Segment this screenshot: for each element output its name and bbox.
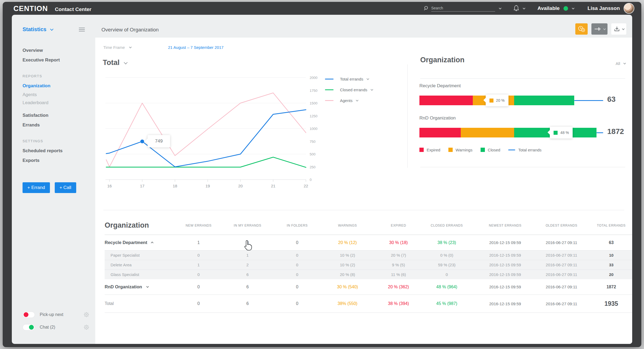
legend-chevron-icon[interactable]: [367, 77, 369, 80]
gear-icon[interactable]: [83, 324, 90, 330]
cell-expired: 9 % (5): [381, 263, 416, 267]
cell-newest: 2016-12-15 09:59: [478, 285, 533, 289]
topbar-right: Available Lisa Jansson: [424, 2, 634, 15]
gear-icon[interactable]: [83, 311, 90, 318]
chart-legend-item-agents[interactable]: Agents: [325, 95, 372, 106]
chart-legend-item-total-errands[interactable]: Total errands: [325, 74, 372, 84]
svg-text:1750: 1750: [310, 89, 317, 93]
add-call-button[interactable]: + Call: [55, 182, 76, 193]
add-errand-button[interactable]: + Errand: [23, 182, 50, 193]
page-title: Overview of Organization: [101, 27, 159, 33]
horizontal-divider: [103, 210, 624, 210]
sidebar-item-executive-report[interactable]: Executive Report: [12, 55, 95, 65]
avatar[interactable]: [624, 3, 634, 14]
sidebar-item-overview[interactable]: Overview: [12, 46, 95, 55]
menu-icon[interactable]: [79, 28, 85, 32]
cell-newest: 2016-12-15 09:59: [478, 272, 533, 277]
cell-closed: 45 % (987): [416, 301, 478, 306]
search[interactable]: [424, 5, 501, 12]
chart-legend-item-closed-errands[interactable]: Closed errands: [325, 84, 372, 95]
content-header: Statistics Overview of Organization: [12, 15, 632, 38]
nav-title-chevron-icon[interactable]: [50, 27, 53, 31]
sidebar-item-agents[interactable]: Agents: [12, 91, 95, 99]
cell-expired: 20 % (7): [381, 253, 416, 257]
row-label[interactable]: RnD Organization: [105, 284, 182, 289]
cell-in-folders: 0: [280, 272, 314, 277]
timeframe-value[interactable]: 21 August – 7 September 2017: [168, 45, 224, 50]
sidebar-item-exports[interactable]: Exports: [12, 156, 95, 165]
sidebar-item-satisfaction[interactable]: Satisfaction: [12, 111, 95, 120]
org-filter-dropdown[interactable]: All: [616, 61, 625, 66]
cell-in-my-errands: 6: [215, 301, 280, 306]
notifications-chevron-icon[interactable]: [523, 7, 525, 9]
legend-square-icon: [448, 148, 453, 152]
status-chevron-icon[interactable]: [572, 7, 575, 9]
row-expand-chevron-icon[interactable]: [151, 242, 153, 244]
share-button[interactable]: [591, 23, 608, 35]
legend-square-icon: [419, 148, 424, 152]
cell-oldest: 2016-06-27 09:11: [533, 272, 590, 277]
cell-total: 1935: [590, 300, 632, 307]
status-label: Available: [537, 5, 560, 11]
divider: [420, 78, 625, 79]
timeframe-chevron-icon[interactable]: [129, 46, 132, 48]
pickup-next-toggle[interactable]: [23, 311, 35, 318]
chat-label: Chat (2): [40, 325, 83, 330]
bar-segment-warnings: [461, 128, 514, 137]
bar-segment-expired: [419, 96, 473, 105]
user-menu[interactable]: Lisa Jansson: [588, 3, 634, 14]
legend-chevron-icon[interactable]: [371, 88, 373, 91]
chart-tooltip-value: 749: [155, 139, 163, 144]
toggle-knob: [24, 312, 28, 317]
nav-title[interactable]: Statistics: [23, 26, 53, 32]
sidebar-item-leaderboard[interactable]: Leaderboard: [12, 99, 95, 107]
sidebar-section-label: SETTINGS: [12, 136, 95, 146]
sidebar-item-scheduled-reports[interactable]: Scheduled reports: [12, 146, 95, 156]
row-label: Total: [105, 301, 182, 306]
cell-newest: 2016-12-15 09:59: [478, 253, 533, 257]
cell-warnings: 20 % (12): [314, 240, 381, 245]
row-label[interactable]: Recycle Department: [105, 240, 182, 245]
search-chevron-icon[interactable]: [499, 7, 502, 9]
availability-status[interactable]: Available: [537, 5, 574, 11]
badge-color-icon: [489, 99, 493, 103]
legend-label: Closed: [488, 148, 500, 152]
search-input[interactable]: [431, 5, 495, 12]
legend-chevron-icon[interactable]: [356, 99, 358, 101]
app-window: CENTION Contact Center: [3, 2, 641, 347]
timeframe-selector[interactable]: Time Frame 21 August – 7 September 2017: [103, 45, 224, 50]
legend-label: Warnings: [456, 148, 473, 152]
schedule-report-button[interactable]: [575, 23, 588, 35]
sidebar-actions: + Errand + Call: [23, 182, 76, 193]
chart-heading[interactable]: Total: [103, 59, 127, 67]
cell-in-my-errands: 2: [215, 263, 280, 267]
org-bar-label: RnD Organization: [419, 114, 631, 122]
chart-tooltip: 749: [148, 135, 170, 147]
bell-icon: [513, 5, 519, 12]
notifications[interactable]: [513, 5, 525, 12]
cell-new-errands: 0: [182, 253, 215, 257]
org-legend-item-warnings: Warnings: [448, 148, 473, 152]
total-errands-line: [574, 100, 603, 101]
chart-heading-chevron-icon[interactable]: [124, 60, 127, 64]
nav-title-label: Statistics: [23, 26, 46, 32]
org-filter-chevron-icon[interactable]: [623, 62, 626, 64]
table-row-rnd-organization[interactable]: RnD Organization06030 % (540)20 % (362)4…: [105, 279, 632, 295]
export-chevron-icon[interactable]: [622, 27, 624, 30]
org-legend-item-closed: Closed: [481, 148, 500, 152]
legend-label: Total errands: [340, 77, 363, 81]
org-bar-group-rnd-organization: RnD Organization48 %1872: [419, 114, 631, 141]
share-chevron-icon[interactable]: [603, 27, 606, 30]
table-row-recycle-department[interactable]: Recycle Department19020 % (12)30 % (18)3…: [105, 235, 632, 250]
svg-text:21: 21: [271, 184, 276, 188]
export-button[interactable]: [611, 23, 626, 35]
row-label: Delete Area: [105, 263, 182, 267]
sidebar-item-errands[interactable]: Errands: [12, 120, 95, 130]
row-expand-chevron-icon[interactable]: [146, 285, 149, 288]
sidebar-item-organization[interactable]: Organization: [12, 81, 95, 91]
cell-total: 1872: [590, 285, 632, 289]
cell-closed: 59 % (23): [416, 263, 478, 267]
chat-toggle[interactable]: [23, 324, 35, 330]
main-panel: Time Frame 21 August – 7 September 2017 …: [95, 38, 632, 344]
badge-value: 48 %: [560, 130, 569, 135]
